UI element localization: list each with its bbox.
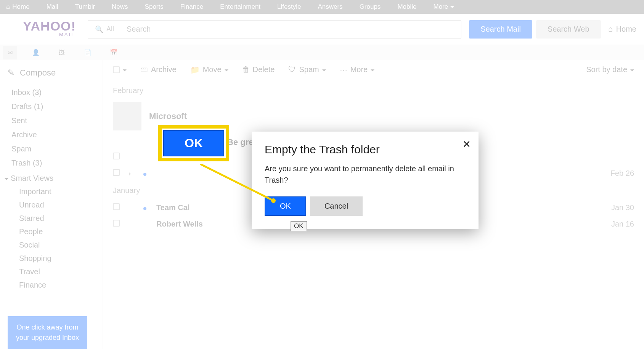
smart-views-label: Smart Views bbox=[11, 174, 53, 183]
upgrade-line2: your upgraded Inbox bbox=[16, 333, 79, 343]
calendar-icon: 📅 bbox=[110, 49, 117, 56]
nav-sports[interactable]: Sports bbox=[145, 3, 164, 11]
tab-photos[interactable]: 🖼 bbox=[55, 46, 69, 60]
chevron-down-icon bbox=[225, 65, 228, 74]
smart-views-header[interactable]: Smart Views bbox=[0, 170, 103, 185]
dialog-body: Are you sure you want to permanently del… bbox=[265, 156, 466, 196]
ok-tooltip: OK bbox=[291, 221, 307, 231]
delete-button[interactable]: 🗑Delete bbox=[242, 65, 275, 74]
tab-mail[interactable]: ✉ bbox=[3, 46, 17, 60]
nav-home[interactable]: ⌂Home bbox=[6, 3, 30, 11]
nav-lifestyle[interactable]: Lifestyle bbox=[277, 3, 301, 11]
chevron-down-icon bbox=[322, 65, 326, 74]
nav-answers[interactable]: Answers bbox=[318, 3, 342, 11]
trash-icon: 🗑 bbox=[242, 65, 250, 74]
empty-trash-dialog: ✕ Empty the Trash folder Are you sure yo… bbox=[252, 132, 479, 229]
nav-entertainment[interactable]: Entertainment bbox=[220, 3, 260, 11]
header: YAHOO! MAIL 🔍 All Search Mail Search Web… bbox=[0, 14, 644, 45]
search-input[interactable] bbox=[121, 25, 461, 34]
sv-unread[interactable]: Unread bbox=[0, 198, 103, 212]
checkbox-icon bbox=[113, 66, 120, 73]
upgrade-line1: One click away from bbox=[16, 322, 79, 333]
move-button[interactable]: 📁Move bbox=[190, 65, 228, 74]
nav-finance[interactable]: Finance bbox=[180, 3, 203, 11]
search-icon: 🔍 bbox=[95, 25, 103, 34]
checkbox-icon[interactable] bbox=[113, 220, 120, 227]
sv-people[interactable]: People bbox=[0, 225, 103, 238]
chevron-down-icon bbox=[450, 3, 454, 11]
checkbox-icon[interactable] bbox=[113, 153, 120, 159]
sv-social[interactable]: Social bbox=[0, 238, 103, 252]
sort-button[interactable]: Sort by date bbox=[586, 65, 634, 74]
close-button[interactable]: ✕ bbox=[463, 138, 471, 150]
ok-callout: OK bbox=[158, 125, 229, 161]
chevron-down-icon bbox=[371, 65, 374, 74]
contacts-icon: 👤 bbox=[32, 49, 40, 56]
select-all[interactable] bbox=[113, 65, 127, 74]
month-february: February bbox=[113, 82, 634, 100]
close-icon: ✕ bbox=[463, 138, 471, 150]
archive-button[interactable]: 🗃Archive bbox=[140, 65, 177, 74]
folder-spam[interactable]: Spam bbox=[0, 142, 103, 156]
folder-drafts[interactable]: Drafts (1) bbox=[0, 100, 103, 114]
checkbox-icon[interactable] bbox=[113, 203, 120, 210]
more-button[interactable]: ⋯More bbox=[340, 65, 375, 74]
folder-inbox[interactable]: Inbox (3) bbox=[0, 85, 103, 100]
app-tabs: ✉ 👤 🖼 📄 📅 bbox=[0, 45, 644, 60]
shield-icon: 🛡 bbox=[288, 65, 296, 74]
folder-move-icon: 📁 bbox=[190, 65, 200, 74]
folder-trash[interactable]: Trash (3) bbox=[0, 156, 103, 170]
chevron-right-icon bbox=[129, 169, 133, 177]
cancel-button[interactable]: Cancel bbox=[310, 196, 363, 216]
chevron-down-icon bbox=[5, 174, 8, 183]
tab-notes[interactable]: 📄 bbox=[81, 46, 95, 60]
nav-more[interactable]: More bbox=[433, 3, 454, 11]
archive-icon: 🗃 bbox=[140, 65, 148, 74]
ok-button[interactable]: OK bbox=[265, 196, 306, 216]
more-icon: ⋯ bbox=[340, 65, 347, 74]
home-link[interactable]: ⌂ Home bbox=[609, 25, 636, 34]
top-nav: ⌂Home Mail Tumblr News Sports Finance En… bbox=[0, 0, 644, 14]
home-icon: ⌂ bbox=[6, 3, 10, 11]
folder-sent[interactable]: Sent bbox=[0, 114, 103, 128]
chevron-down-icon bbox=[630, 65, 634, 74]
upgrade-banner[interactable]: One click away from your upgraded Inbox bbox=[8, 316, 87, 349]
folder-archive[interactable]: Archive bbox=[0, 128, 103, 142]
search-scope-label: All bbox=[106, 25, 114, 33]
unread-dot-icon bbox=[143, 173, 146, 176]
sidebar: ✎ Compose Inbox (3) Drafts (1) Sent Arch… bbox=[0, 60, 103, 349]
ok-callout-button[interactable]: OK bbox=[163, 130, 224, 156]
date: Jan 16 bbox=[600, 220, 634, 228]
search-mail-button[interactable]: Search Mail bbox=[469, 20, 532, 39]
date: Feb 26 bbox=[600, 169, 634, 178]
pencil-icon: ✎ bbox=[8, 68, 14, 78]
tab-calendar[interactable]: 📅 bbox=[107, 46, 120, 60]
spam-button[interactable]: 🛡Spam bbox=[288, 65, 326, 74]
yahoo-mail-logo[interactable]: YAHOO! MAIL bbox=[23, 21, 88, 37]
checkbox-icon[interactable] bbox=[113, 169, 120, 176]
mail-icon: ✉ bbox=[8, 49, 13, 56]
sender: Team Cal bbox=[156, 203, 255, 212]
date: Jan 30 bbox=[600, 203, 634, 212]
tab-contacts[interactable]: 👤 bbox=[29, 46, 43, 60]
sv-shopping[interactable]: Shopping bbox=[0, 252, 103, 265]
nav-groups[interactable]: Groups bbox=[360, 3, 381, 11]
nav-news[interactable]: News bbox=[112, 3, 128, 11]
sv-finance[interactable]: Finance bbox=[0, 278, 103, 292]
dialog-title: Empty the Trash folder bbox=[265, 143, 466, 156]
hero-sender: Microsoft bbox=[149, 111, 187, 121]
nav-tumblr[interactable]: Tumblr bbox=[75, 3, 95, 11]
search-scope[interactable]: 🔍 All bbox=[88, 25, 121, 34]
sv-starred[interactable]: Starred bbox=[0, 212, 103, 225]
chevron-down-icon bbox=[123, 65, 127, 74]
logo-brand: YAHOO! bbox=[23, 21, 88, 31]
nav-mail[interactable]: Mail bbox=[47, 3, 58, 11]
nav-mobile[interactable]: Mobile bbox=[397, 3, 416, 11]
search-web-button[interactable]: Search Web bbox=[536, 20, 601, 39]
photos-icon: 🖼 bbox=[59, 49, 65, 56]
sv-important[interactable]: Important bbox=[0, 185, 103, 198]
sv-travel[interactable]: Travel bbox=[0, 265, 103, 278]
hero-thumbnail bbox=[113, 102, 141, 130]
sender: Robert Wells bbox=[156, 220, 255, 228]
compose-button[interactable]: ✎ Compose bbox=[0, 65, 103, 85]
